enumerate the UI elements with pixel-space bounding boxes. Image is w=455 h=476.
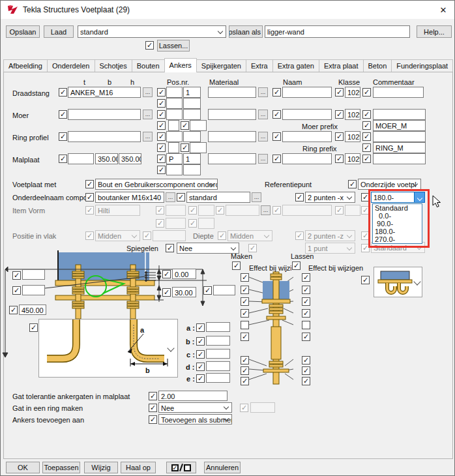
ring-profile-input[interactable]	[68, 131, 141, 142]
gat-in-ring-checkbox[interactable]	[149, 404, 157, 412]
moer-klasse-input[interactable]: 1029	[345, 109, 360, 120]
param-e-input[interactable]	[206, 373, 230, 383]
malplaat-h-input[interactable]: 350.00	[119, 153, 141, 164]
voetplaat-met-checkbox[interactable]	[85, 180, 94, 188]
pos-prefix-input[interactable]	[168, 120, 179, 131]
maken-checkbox[interactable]	[241, 309, 249, 318]
gat-in-ring-dropdown[interactable]: Nee	[158, 402, 232, 413]
dim-input[interactable]	[22, 269, 45, 280]
tab-funderingsplaat[interactable]: Funderingsplaat	[391, 59, 453, 72]
tab-beton[interactable]: Beton	[363, 59, 392, 72]
pos-prefix-input[interactable]	[166, 164, 183, 175]
tab-onderdelen[interactable]: Onderdelen	[47, 59, 95, 72]
param-b-checkbox[interactable]	[196, 337, 205, 346]
pos-prefix-input[interactable]	[166, 98, 183, 109]
ring-klasse-input[interactable]: 1029	[345, 131, 360, 142]
ring-commentaar-input[interactable]	[373, 131, 426, 142]
pos-prefix-input[interactable]	[168, 142, 179, 153]
list-item-0[interactable]: 0.0-	[373, 212, 422, 220]
param-c-checkbox[interactable]	[196, 350, 205, 359]
list-item-90[interactable]: 90.0-	[373, 220, 422, 228]
naam-checkbox[interactable]	[272, 88, 281, 97]
maken-checkbox[interactable]	[241, 286, 249, 294]
save-as-button[interactable]: Opslaan als	[229, 25, 263, 38]
moer-naam-input[interactable]	[282, 109, 332, 120]
dim-checkbox[interactable]	[12, 271, 21, 280]
close-button[interactable]: ✕	[432, 1, 454, 19]
onderdeelnaam-input[interactable]: boutanker M16x140	[95, 192, 164, 203]
malplaat-b-input[interactable]: 350.00	[95, 153, 118, 164]
gat-tolerantie-input[interactable]: 2.00	[158, 391, 228, 401]
draadstang-enable-checkbox[interactable]	[59, 88, 67, 97]
anchor-shape-selector[interactable]: a b	[38, 319, 178, 378]
combo-arrow-icon[interactable]	[414, 192, 424, 202]
maken-checkbox[interactable]	[241, 297, 249, 306]
dim-input[interactable]	[22, 285, 45, 295]
help-button[interactable]: Help...	[417, 25, 452, 38]
draadstang-browse-button[interactable]: ...	[143, 87, 153, 97]
get-button[interactable]: Haal op	[121, 462, 156, 473]
commentaar-checkbox[interactable]	[362, 155, 371, 163]
commentaar-checkbox[interactable]	[362, 110, 371, 119]
list-item-standaard[interactable]: Standaard	[373, 204, 422, 212]
richting-x-dropdown[interactable]: 2 punten -x	[305, 192, 355, 203]
pos-prefix-input[interactable]	[166, 131, 183, 142]
attribute-checkbox[interactable]	[177, 193, 185, 201]
maken-checkbox[interactable]	[241, 356, 249, 364]
ring-prefix-checkbox[interactable]	[362, 143, 371, 152]
pos-checkbox[interactable]	[181, 121, 189, 130]
pos-prefix-input[interactable]	[166, 87, 183, 98]
moer-commentaar-input[interactable]	[373, 109, 426, 120]
attribute-browse-button[interactable]: ...	[252, 192, 261, 202]
moer-browse-button[interactable]: ...	[143, 110, 153, 119]
pos-checkbox[interactable]	[157, 166, 166, 174]
malplaat-materiaal-input[interactable]	[208, 153, 256, 164]
tab-ankers[interactable]: Ankers	[164, 58, 197, 72]
tab-extra[interactable]: Extra	[246, 59, 273, 72]
dim-zero-input[interactable]: 0.00	[172, 269, 196, 279]
tab-schotjes[interactable]: Schotjes	[95, 59, 132, 72]
tab-afbeelding[interactable]: Afbeelding	[3, 59, 48, 72]
materiaal-browse-button[interactable]: ...	[258, 154, 268, 164]
toggle-all-checkboxes-button[interactable]: ✓	[166, 462, 196, 473]
pos-checkbox[interactable]	[157, 155, 166, 163]
draadstang-materiaal-input[interactable]	[208, 87, 256, 98]
pos-number-input[interactable]	[190, 142, 207, 153]
param-e-checkbox[interactable]	[196, 374, 205, 383]
naam-checkbox[interactable]	[272, 155, 281, 163]
klasse-checkbox[interactable]	[335, 110, 344, 119]
naam-checkbox[interactable]	[272, 132, 281, 141]
maken-checkbox[interactable]	[241, 366, 249, 375]
pos-checkbox[interactable]	[157, 121, 166, 130]
cancel-button[interactable]: Annuleren	[204, 462, 241, 473]
save-button[interactable]: Opslaan	[6, 25, 40, 38]
lassen-checkbox[interactable]	[302, 273, 310, 282]
dim-checkbox[interactable]	[162, 270, 171, 278]
load-button[interactable]: Laad	[44, 25, 74, 38]
pos-number-input[interactable]: 1	[183, 153, 201, 164]
lassen-checkbox[interactable]	[302, 377, 310, 385]
profile-dropdown[interactable]: standard	[78, 25, 226, 38]
list-item-180[interactable]: 180.0-	[373, 228, 422, 235]
klasse-checkbox[interactable]	[335, 155, 344, 163]
naam-checkbox[interactable]	[272, 110, 281, 119]
commentaar-checkbox[interactable]	[362, 132, 371, 141]
mid-checkbox[interactable]	[203, 286, 212, 295]
lassen-checkbox[interactable]	[302, 297, 310, 306]
pos-number-input[interactable]	[190, 120, 207, 131]
lassen-checkbox[interactable]	[302, 321, 310, 329]
pos-number-input[interactable]	[183, 131, 201, 142]
moer-profile-input[interactable]	[68, 109, 141, 120]
list-item-270[interactable]: 270.0-	[373, 235, 422, 243]
maken-checkbox[interactable]	[241, 333, 249, 341]
draadstang-commentaar-input[interactable]	[373, 87, 424, 98]
param-d-checkbox[interactable]	[196, 363, 205, 371]
rotatie-checkbox[interactable]	[361, 193, 370, 201]
pos-checkbox[interactable]	[157, 132, 166, 141]
draadstang-klasse-input[interactable]: 1029	[345, 87, 360, 98]
pos-checkbox[interactable]	[157, 110, 166, 119]
pos-prefix-input[interactable]: P	[166, 153, 183, 164]
malplaat-klasse-input[interactable]: 1029	[345, 153, 360, 164]
moer-prefix-input[interactable]: MOER_M	[373, 120, 426, 131]
moer-prefix-checkbox[interactable]	[362, 121, 371, 130]
